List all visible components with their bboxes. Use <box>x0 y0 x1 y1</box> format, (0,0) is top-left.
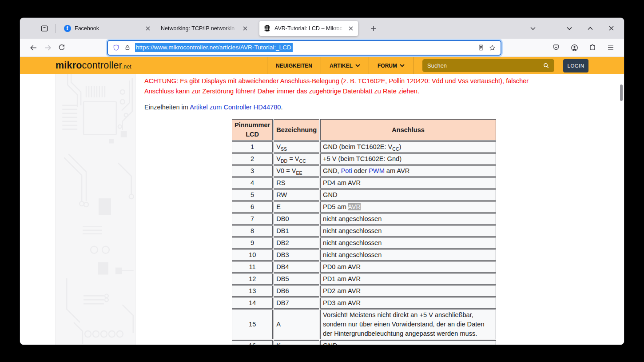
tab-separator <box>55 24 56 33</box>
pin-cell: 4 <box>232 177 273 189</box>
logo-regular: controller <box>82 60 122 71</box>
new-tab-button[interactable] <box>367 22 380 35</box>
intro-prefix: Einzelheiten im <box>144 104 190 111</box>
table-row: 4RSPD4 am AVR <box>232 177 496 189</box>
table-row: 12DB5PD1 am AVR <box>232 274 496 285</box>
close-window-button[interactable] <box>604 22 618 35</box>
close-tab-icon[interactable] <box>145 25 151 32</box>
forward-button[interactable] <box>40 41 55 54</box>
url-bar[interactable]: https://www.mikrocontroller.net/articles… <box>108 41 501 55</box>
tracking-protection-shield-icon[interactable] <box>112 44 120 52</box>
reload-button[interactable] <box>55 41 69 54</box>
close-tab-icon[interactable] <box>348 25 354 32</box>
table-row: 3V0 = VEEGND, Poti oder PWM am AVR <box>232 165 496 177</box>
list-all-tabs-button[interactable] <box>526 22 540 35</box>
pin-cell: 11 <box>232 261 273 273</box>
pocket-button[interactable] <box>549 41 563 54</box>
menu-button[interactable] <box>604 41 618 54</box>
anschluss-cell: PD2 am AVR <box>320 286 496 297</box>
tab-title: Networking: TCP/IP networkin <box>161 25 239 32</box>
minimize-button[interactable] <box>563 22 576 35</box>
login-button[interactable]: LOGIN <box>563 59 588 72</box>
anschluss-cell: PD1 am AVR <box>320 274 496 285</box>
window-controls <box>563 22 618 35</box>
site-search[interactable] <box>422 59 554 72</box>
navigation-toolbar: https://www.mikrocontroller.net/articles… <box>20 39 624 57</box>
lock-icon[interactable] <box>124 44 131 51</box>
pocket-icon <box>552 44 560 52</box>
bezeichnung-cell: DB0 <box>274 213 319 225</box>
account-button[interactable] <box>567 41 581 54</box>
circuit-pattern <box>56 74 136 345</box>
anschluss-cell: GND, Poti oder PWM am AVR <box>320 165 496 177</box>
table-row: 5RWGND <box>232 189 496 201</box>
poti-link[interactable]: Poti <box>341 167 352 174</box>
close-tab-icon[interactable] <box>242 25 248 32</box>
hamburger-icon <box>607 44 615 52</box>
table-row: 10DB3nicht angeschlossen <box>232 249 496 261</box>
logo-tld: .net <box>122 64 131 70</box>
pin-cell: 9 <box>232 237 273 249</box>
anschluss-cell: PD5 am AVR <box>320 201 496 213</box>
circuit-pattern-band <box>56 74 135 345</box>
maximize-button[interactable] <box>584 22 597 35</box>
site-header: mikrocontroller.net NEUIGKEITEN ARTIKEL … <box>20 57 624 74</box>
search-icon[interactable] <box>543 62 549 69</box>
nav-item-neuigkeiten[interactable]: NEUIGKEITEN <box>267 57 321 74</box>
table-row: 14DB7PD3 am AVR <box>232 298 496 309</box>
main-navigation: NEUIGKEITEN ARTIKEL FORUM <box>267 57 413 74</box>
hd44780-link[interactable]: Artikel zum Controller HD44780 <box>190 104 281 111</box>
bezeichnung-cell: DB7 <box>274 298 319 309</box>
anschluss-cell: PD0 am AVR <box>320 261 496 273</box>
browser-window: f Facebook Networking: TCP/IP networkin … <box>20 18 624 345</box>
pin-cell: 16 <box>232 340 273 345</box>
table-row: 1VSSGND (beim TC1602E: VCC) <box>232 141 496 153</box>
bezeichnung-cell: VDD = VCC <box>274 153 319 165</box>
pin-cell: 15 <box>232 310 273 339</box>
pin-cell: 6 <box>232 201 273 213</box>
table-header-row: PinnummerLCDBezeichnungAnschluss <box>232 119 496 141</box>
site-logo[interactable]: mikrocontroller.net <box>56 60 131 71</box>
bezeichnung-cell: DB3 <box>274 249 319 261</box>
bezeichnung-cell: V0 = VEE <box>274 165 319 177</box>
url-text-selected[interactable]: https://www.mikrocontroller.net/articles… <box>135 43 293 52</box>
pin-cell: 2 <box>232 153 273 165</box>
chevron-down-icon <box>529 25 537 32</box>
bezeichnung-cell: DB1 <box>274 225 319 237</box>
intro-suffix: . <box>281 104 282 111</box>
firefox-view-button[interactable] <box>38 22 51 35</box>
selected-text: AVR <box>348 203 361 210</box>
tab-networking[interactable]: Networking: TCP/IP networkin <box>157 21 252 36</box>
extensions-button[interactable] <box>585 41 600 54</box>
puzzle-icon <box>588 44 596 52</box>
anschluss-cell: GND <box>320 340 496 345</box>
toolbar-right-icons <box>549 41 618 54</box>
pwm-link[interactable]: PWM <box>369 167 385 174</box>
tab-avr-tutorial-active[interactable]: AVR-Tutorial: LCD – Mikroc <box>259 21 358 36</box>
plus-icon <box>370 25 377 32</box>
bezeichnung-cell: DB6 <box>274 286 319 297</box>
search-input[interactable] <box>427 62 543 69</box>
bookmark-star-icon[interactable] <box>489 44 496 52</box>
back-button[interactable] <box>26 41 40 54</box>
nav-item-artikel[interactable]: ARTIKEL <box>321 57 369 74</box>
chip-favicon-icon <box>263 24 271 32</box>
reader-mode-icon[interactable] <box>477 44 485 51</box>
anschluss-cell: +5 V (beim TC1602E: Gnd) <box>320 153 496 165</box>
table-row: 8DB1nicht angeschlossen <box>232 225 496 237</box>
pinout-table: PinnummerLCDBezeichnungAnschluss 1VSSGND… <box>231 118 497 345</box>
nav-item-forum[interactable]: FORUM <box>369 57 413 74</box>
pin-cell: 13 <box>232 286 273 297</box>
bezeichnung-cell: K <box>274 340 319 345</box>
tab-title: AVR-Tutorial: LCD – Mikroc <box>274 25 344 32</box>
chevron-down-icon <box>400 64 405 67</box>
anschluss-cell: GND (beim TC1602E: VCC) <box>320 141 496 153</box>
subscript: SS <box>281 146 287 152</box>
logo-bold: mikro <box>56 60 82 71</box>
reload-icon <box>58 44 66 52</box>
page-content: ACHTUNG: Es gibt Displays mit abweichend… <box>20 74 624 345</box>
anschluss-cell: nicht angeschlossen <box>320 237 496 249</box>
tab-title: Facebook <box>75 25 141 32</box>
tab-facebook[interactable]: f Facebook <box>60 21 155 36</box>
scrollbar-thumb[interactable] <box>620 84 623 101</box>
